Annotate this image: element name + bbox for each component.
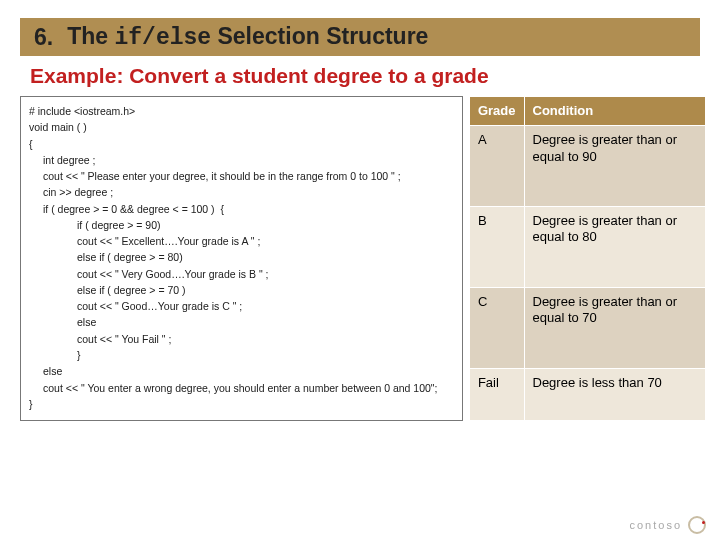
cell-condition: Degree is greater than or equal to 90: [524, 126, 706, 207]
header-grade: Grade: [469, 97, 524, 126]
brand-icon: [688, 516, 706, 534]
code-line: cout << " You Fail " ;: [29, 331, 454, 347]
code-box: # include <iostream.h> void main ( ) { i…: [20, 96, 463, 421]
title-number: 6.: [34, 24, 53, 51]
footer-brand: contoso: [629, 516, 706, 534]
code-line: if ( degree > = 0 && degree < = 100 ) {: [29, 201, 454, 217]
cell-condition: Degree is greater than or equal to 70: [524, 288, 706, 369]
cell-condition: Degree is less than 70: [524, 369, 706, 421]
table-header-row: Grade Condition: [469, 97, 705, 126]
table-row: A Degree is greater than or equal to 90: [469, 126, 705, 207]
code-line: else: [29, 363, 454, 379]
code-line: cin >> degree ;: [29, 184, 454, 200]
code-line: cout << " Excellent….Your grade is A " ;: [29, 233, 454, 249]
code-line: if ( degree > = 90): [29, 217, 454, 233]
cell-grade: Fail: [469, 369, 524, 421]
code-line: }: [29, 396, 454, 412]
title-pre: The: [67, 23, 114, 49]
subtitle: Example: Convert a student degree to a g…: [30, 64, 696, 88]
title-post: Selection Structure: [211, 23, 428, 49]
content-row: # include <iostream.h> void main ( ) { i…: [0, 96, 720, 421]
code-line: {: [29, 136, 454, 152]
cell-grade: B: [469, 207, 524, 288]
code-line: else if ( degree > = 80): [29, 249, 454, 265]
table-row: C Degree is greater than or equal to 70: [469, 288, 705, 369]
table-row: Fail Degree is less than 70: [469, 369, 705, 421]
code-line: int degree ;: [29, 152, 454, 168]
header-condition: Condition: [524, 97, 706, 126]
code-line: else: [29, 314, 454, 330]
code-line: void main ( ): [29, 119, 454, 135]
code-line: }: [29, 347, 454, 363]
cell-grade: A: [469, 126, 524, 207]
title-mono: if/else: [114, 25, 211, 51]
title-text: The if/else Selection Structure: [67, 23, 428, 51]
cell-grade: C: [469, 288, 524, 369]
code-line: else if ( degree > = 70 ): [29, 282, 454, 298]
code-line: cout << " Very Good….Your grade is B " ;: [29, 266, 454, 282]
code-line: cout << " Please enter your degree, it s…: [29, 168, 454, 184]
grade-table: Grade Condition A Degree is greater than…: [469, 96, 706, 421]
code-line: # include <iostream.h>: [29, 103, 454, 119]
title-bar: 6. The if/else Selection Structure: [20, 18, 700, 56]
cell-condition: Degree is greater than or equal to 80: [524, 207, 706, 288]
brand-text: contoso: [629, 519, 682, 531]
code-line: cout << " Good…Your grade is C " ;: [29, 298, 454, 314]
table-row: B Degree is greater than or equal to 80: [469, 207, 705, 288]
code-line: cout << " You enter a wrong degree, you …: [29, 380, 454, 396]
